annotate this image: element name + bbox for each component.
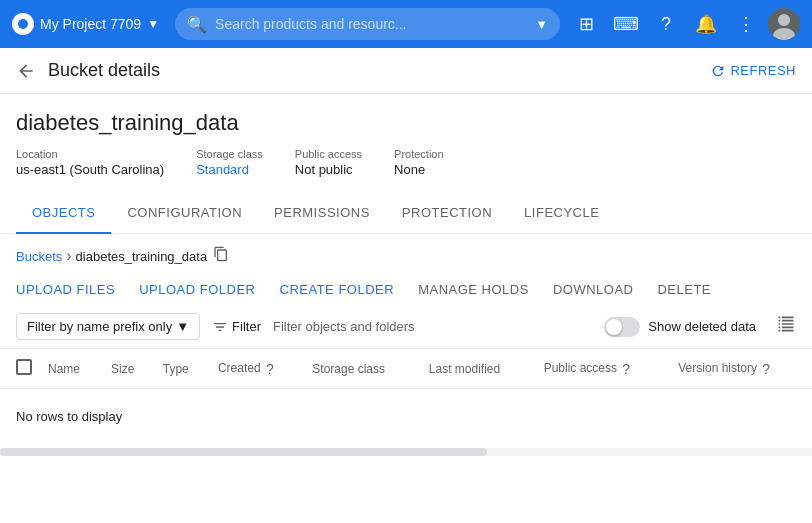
view-density-icon[interactable]	[776, 314, 796, 339]
version-history-help-icon[interactable]: ?	[762, 361, 770, 377]
scroll-thumb[interactable]	[0, 448, 487, 456]
breadcrumb-separator: ›	[66, 247, 71, 265]
cloud-shell-icon[interactable]: ⌨	[608, 6, 644, 42]
filter-bar: Filter by name prefix only ▼ Filter Show…	[0, 305, 812, 349]
delete-button[interactable]: DELETE	[657, 282, 711, 297]
created-help-icon[interactable]: ?	[266, 361, 274, 377]
bucket-info-section: diabetes_training_data Location us-east1…	[0, 94, 812, 177]
refresh-label: REFRESH	[730, 63, 796, 78]
toggle-thumb	[606, 319, 622, 335]
col-header-name[interactable]: Name	[40, 349, 103, 389]
storage-class-label: Storage class	[196, 148, 263, 160]
meta-storage-class: Storage class Standard	[196, 148, 263, 177]
protection-value: None	[394, 162, 425, 177]
meta-protection: Protection None	[394, 148, 444, 177]
col-header-last-modified[interactable]: Last modified	[421, 349, 536, 389]
tab-bar: OBJECTS CONFIGURATION PERMISSIONS PROTEC…	[0, 193, 812, 234]
download-button[interactable]: DOWNLOAD	[553, 282, 634, 297]
col-header-created[interactable]: Created ?	[210, 349, 304, 389]
help-icon[interactable]: ?	[648, 6, 684, 42]
copy-bucket-name-icon[interactable]	[213, 246, 229, 266]
breadcrumb-buckets-link[interactable]: Buckets	[16, 249, 62, 264]
select-all-checkbox[interactable]	[16, 359, 32, 375]
apps-icon[interactable]: ⊞	[568, 6, 604, 42]
location-value: us-east1 (South Carolina)	[16, 162, 164, 177]
location-label: Location	[16, 148, 164, 160]
search-input[interactable]	[215, 16, 527, 32]
table-header-row: Name Size Type Created ? Storage class L…	[0, 349, 812, 389]
bucket-name: diabetes_training_data	[16, 110, 796, 136]
page-header: Bucket details REFRESH	[0, 48, 812, 94]
storage-class-value: Standard	[196, 162, 249, 177]
global-search-bar[interactable]: 🔍 ▼	[175, 8, 560, 40]
tab-configuration[interactable]: CONFIGURATION	[111, 193, 258, 234]
col-header-size[interactable]: Size	[103, 349, 155, 389]
top-navigation: My Project 7709 ▼ 🔍 ▼ ⊞ ⌨ ? 🔔 ⋮	[0, 0, 812, 48]
action-bar: UPLOAD FILES UPLOAD FOLDER CREATE FOLDER…	[0, 274, 812, 305]
filter-prefix-chevron-icon: ▼	[176, 319, 189, 334]
svg-point-1	[778, 14, 790, 26]
horizontal-scrollbar[interactable]	[0, 448, 812, 456]
refresh-button[interactable]: REFRESH	[710, 63, 796, 79]
select-all-header	[0, 349, 40, 389]
public-access-value: Not public	[295, 162, 353, 177]
tab-permissions[interactable]: PERMISSIONS	[258, 193, 386, 234]
tab-lifecycle[interactable]: LIFECYCLE	[508, 193, 615, 234]
show-deleted-label: Show deleted data	[648, 319, 756, 334]
back-button[interactable]	[16, 61, 36, 81]
filter-prefix-selector[interactable]: Filter by name prefix only ▼	[16, 313, 200, 340]
objects-table-container: Name Size Type Created ? Storage class L…	[0, 349, 812, 444]
manage-holds-button[interactable]: MANAGE HOLDS	[418, 282, 529, 297]
upload-files-button[interactable]: UPLOAD FILES	[16, 282, 115, 297]
no-rows-message: No rows to display	[0, 389, 812, 444]
breadcrumb-current: diabetes_training_data	[76, 249, 208, 264]
col-header-storage-class[interactable]: Storage class	[304, 349, 421, 389]
create-folder-button[interactable]: CREATE FOLDER	[280, 282, 395, 297]
search-chevron-icon: ▼	[535, 17, 548, 32]
col-header-version-history[interactable]: Version history ?	[670, 349, 812, 389]
bucket-metadata: Location us-east1 (South Carolina) Stora…	[16, 148, 796, 177]
filter-button[interactable]: Filter	[212, 319, 261, 335]
col-header-public-access[interactable]: Public access ?	[536, 349, 671, 389]
notifications-icon[interactable]: 🔔	[688, 6, 724, 42]
nav-icon-group: ⊞ ⌨ ? 🔔 ⋮	[568, 6, 800, 42]
objects-table: Name Size Type Created ? Storage class L…	[0, 349, 812, 444]
show-deleted-toggle-group: Show deleted data	[604, 317, 756, 337]
filter-label: Filter	[232, 319, 261, 334]
col-header-type[interactable]: Type	[155, 349, 210, 389]
no-rows-row: No rows to display	[0, 389, 812, 445]
protection-label: Protection	[394, 148, 444, 160]
avatar[interactable]	[768, 8, 800, 40]
project-selector[interactable]: My Project 7709 ▼	[12, 13, 159, 35]
filter-input[interactable]	[273, 319, 592, 334]
upload-folder-button[interactable]: UPLOAD FOLDER	[139, 282, 255, 297]
page-title: Bucket details	[48, 60, 160, 81]
meta-public-access: Public access Not public	[295, 148, 362, 177]
tab-objects[interactable]: OBJECTS	[16, 193, 111, 234]
search-icon: 🔍	[187, 15, 207, 34]
more-vert-icon[interactable]: ⋮	[728, 6, 764, 42]
filter-prefix-label: Filter by name prefix only	[27, 319, 172, 334]
public-access-label: Public access	[295, 148, 362, 160]
meta-location: Location us-east1 (South Carolina)	[16, 148, 164, 177]
gcp-logo	[12, 13, 34, 35]
show-deleted-toggle[interactable]	[604, 317, 640, 337]
public-access-help-icon[interactable]: ?	[622, 361, 630, 377]
project-name: My Project 7709	[40, 16, 141, 32]
breadcrumb: Buckets › diabetes_training_data	[0, 234, 812, 274]
project-chevron: ▼	[147, 17, 159, 31]
tab-protection[interactable]: PROTECTION	[386, 193, 508, 234]
